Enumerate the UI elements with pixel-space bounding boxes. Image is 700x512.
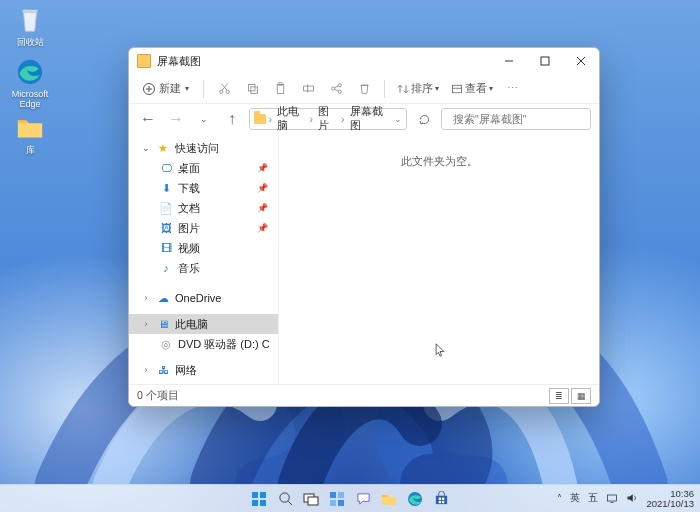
cut-button[interactable] [212, 77, 236, 101]
edge-icon [14, 56, 46, 88]
sidebar-quick-item[interactable]: 🎞视频 [129, 238, 278, 258]
edge-button[interactable] [405, 489, 425, 509]
widgets-button[interactable] [327, 489, 347, 509]
svg-rect-14 [250, 87, 257, 94]
address-bar[interactable]: › 此电脑 › 图片 › 屏幕截图 ⌄ [249, 108, 407, 130]
sidebar-quick-item[interactable]: 🖵桌面📌 [129, 158, 278, 178]
explorer-button[interactable] [379, 489, 399, 509]
quick-item-icon: ⬇ [159, 181, 173, 195]
sidebar-quick-item[interactable]: 🖼图片📌 [129, 218, 278, 238]
item-count: 0 个项目 [137, 389, 179, 403]
back-button[interactable]: ← [137, 108, 159, 130]
volume-icon[interactable] [626, 492, 638, 506]
content-pane: 此文件夹为空。 [279, 134, 599, 384]
sidebar-quick-item[interactable]: ⬇下载📌 [129, 178, 278, 198]
svg-rect-45 [438, 498, 440, 500]
svg-rect-38 [308, 497, 318, 505]
titlebar[interactable]: 屏幕截图 [129, 48, 599, 74]
up-button[interactable]: ↑ [221, 108, 243, 130]
sidebar-item-label: 此电脑 [175, 317, 208, 332]
ime-indicator[interactable]: 英 [570, 492, 580, 505]
pin-icon: 📌 [257, 223, 268, 233]
tray-expand-icon[interactable]: ˄ [557, 493, 562, 504]
search-box[interactable] [441, 108, 591, 130]
breadcrumb[interactable]: 屏幕截图 [348, 105, 388, 133]
chevron-down-icon[interactable]: ⌄ [394, 114, 402, 124]
sidebar-item-label: 视频 [178, 241, 200, 256]
task-view-button[interactable] [301, 489, 321, 509]
search-button[interactable] [275, 489, 295, 509]
folder-icon [254, 114, 266, 124]
svg-rect-32 [260, 492, 266, 498]
breadcrumb-separator: › [341, 113, 345, 125]
sort-button[interactable]: 排序 ▾ [393, 79, 443, 98]
cloud-icon: ☁ [156, 291, 170, 305]
new-button[interactable]: 新建 ▾ [137, 79, 195, 98]
svg-line-36 [288, 501, 292, 505]
sidebar-onedrive[interactable]: › ☁ OneDrive [129, 288, 278, 308]
svg-rect-48 [441, 501, 443, 503]
desktop-icon-recycle-bin[interactable]: 回收站 [6, 4, 54, 48]
svg-rect-0 [23, 10, 38, 13]
view-label: 查看 [465, 81, 487, 96]
svg-point-10 [226, 90, 229, 93]
close-button[interactable] [563, 48, 599, 74]
sidebar-this-pc[interactable]: › 🖥 此电脑 [129, 314, 278, 334]
view-button[interactable]: 查看 ▾ [447, 79, 497, 98]
recycle-bin-icon [14, 4, 46, 36]
recent-button[interactable]: ⌄ [193, 108, 215, 130]
store-button[interactable] [431, 489, 451, 509]
search-icon [448, 114, 449, 125]
empty-folder-text: 此文件夹为空。 [279, 134, 599, 384]
svg-line-22 [334, 86, 337, 88]
network-icon[interactable] [606, 492, 618, 506]
svg-line-11 [222, 84, 228, 91]
toolbar: 新建 ▾ 排序 ▾ 查看 ▾ ⋯ [129, 74, 599, 104]
breadcrumb[interactable]: 图片 [316, 105, 338, 133]
sidebar-quick-access[interactable]: ⌄ ★ 快速访问 [129, 138, 278, 158]
sidebar-quick-item[interactable]: 📄文档📌 [129, 198, 278, 218]
forward-button[interactable]: → [165, 108, 187, 130]
more-button[interactable]: ⋯ [501, 77, 525, 101]
search-input[interactable] [453, 113, 584, 125]
taskbar: ˄ 英 五 10:36 2021/10/13 [0, 484, 700, 512]
svg-rect-3 [541, 57, 549, 65]
icons-view-button[interactable]: ▦ [571, 388, 591, 404]
chevron-down-icon: ▾ [435, 84, 439, 93]
refresh-button[interactable] [413, 108, 435, 130]
paste-button[interactable] [268, 77, 292, 101]
copy-button[interactable] [240, 77, 264, 101]
svg-rect-42 [338, 500, 344, 506]
start-button[interactable] [249, 489, 269, 509]
window-folder-icon [137, 54, 151, 68]
chat-button[interactable] [353, 489, 373, 509]
svg-rect-34 [260, 500, 266, 506]
sidebar-quick-item[interactable]: ♪音乐 [129, 258, 278, 278]
desktop-icon-edge[interactable]: Microsoft Edge [6, 56, 54, 110]
sidebar-network[interactable]: › 🖧 网络 [129, 360, 278, 380]
system-tray: ˄ 英 五 10:36 2021/10/13 [557, 489, 694, 508]
ime-mode[interactable]: 五 [588, 492, 598, 505]
quick-item-icon: ♪ [159, 261, 173, 275]
svg-point-9 [219, 90, 222, 93]
clock[interactable]: 10:36 2021/10/13 [646, 489, 694, 508]
explorer-window: 屏幕截图 新建 ▾ 排序 ▾ 查看 ▾ ⋯ [128, 47, 600, 407]
svg-point-29 [448, 119, 449, 120]
svg-point-19 [338, 84, 341, 87]
sidebar-dvd[interactable]: ◎ DVD 驱动器 (D:) C [129, 334, 278, 354]
pin-icon: 📌 [257, 203, 268, 213]
maximize-button[interactable] [527, 48, 563, 74]
desktop-icon-label: 回收站 [6, 38, 54, 48]
share-button[interactable] [324, 77, 348, 101]
network-icon: 🖧 [156, 363, 170, 377]
sidebar-item-label: 文档 [178, 201, 200, 216]
delete-button[interactable] [352, 77, 376, 101]
rename-button[interactable] [296, 77, 320, 101]
breadcrumb[interactable]: 此电脑 [275, 105, 306, 133]
svg-point-21 [338, 90, 341, 93]
desktop-icon-folder[interactable]: 库 [6, 112, 54, 156]
minimize-button[interactable] [491, 48, 527, 74]
details-view-button[interactable]: ≣ [549, 388, 569, 404]
sort-icon [397, 83, 409, 95]
svg-rect-41 [330, 500, 336, 506]
